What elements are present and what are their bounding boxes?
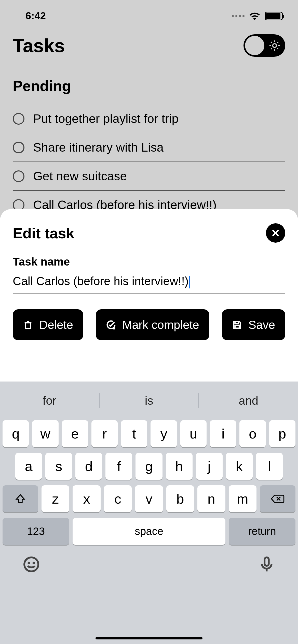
key-j[interactable]: j xyxy=(196,453,223,480)
key-z[interactable]: z xyxy=(42,485,69,512)
key-d[interactable]: d xyxy=(75,453,102,480)
mic-icon[interactable] xyxy=(258,556,275,573)
mark-complete-button[interactable]: Mark complete xyxy=(96,309,209,340)
emoji-icon[interactable] xyxy=(23,556,40,573)
close-button[interactable] xyxy=(266,223,285,243)
key-x[interactable]: x xyxy=(73,485,100,512)
suggestion[interactable]: for xyxy=(0,394,99,407)
key-r[interactable]: r xyxy=(91,420,118,447)
key-t[interactable]: t xyxy=(121,420,147,447)
key-v[interactable]: v xyxy=(135,485,163,512)
svg-point-21 xyxy=(29,563,29,563)
key-s[interactable]: s xyxy=(45,453,72,480)
key-numbers[interactable]: 123 xyxy=(3,518,69,545)
suggestion[interactable]: is xyxy=(100,394,199,407)
key-q[interactable]: q xyxy=(3,420,29,447)
svg-point-20 xyxy=(24,558,38,572)
key-shift[interactable] xyxy=(3,485,38,512)
key-return[interactable]: return xyxy=(229,518,295,545)
shift-icon xyxy=(15,493,26,504)
suggestion[interactable]: and xyxy=(199,394,298,407)
key-y[interactable]: y xyxy=(151,420,177,447)
key-space[interactable]: space xyxy=(73,518,225,545)
svg-point-22 xyxy=(33,563,34,563)
key-i[interactable]: i xyxy=(210,420,236,447)
key-o[interactable]: o xyxy=(239,420,266,447)
save-label: Save xyxy=(248,318,275,332)
key-e[interactable]: e xyxy=(62,420,88,447)
close-icon xyxy=(271,229,280,237)
key-f[interactable]: f xyxy=(105,453,132,480)
key-p[interactable]: p xyxy=(269,420,295,447)
sheet-title: Edit task xyxy=(13,225,74,242)
input-value: Call Carlos (before his interview!!) xyxy=(13,274,188,288)
ios-keyboard: for is and q w e r t y u i o p a s d f g… xyxy=(0,382,298,644)
save-icon xyxy=(232,320,242,330)
svg-rect-11 xyxy=(25,323,31,329)
key-w[interactable]: w xyxy=(32,420,58,447)
key-c[interactable]: c xyxy=(104,485,132,512)
backspace-icon xyxy=(270,493,285,504)
trash-icon xyxy=(23,320,33,330)
svg-rect-17 xyxy=(235,325,239,328)
task-name-input[interactable]: Call Carlos (before his interview!!) xyxy=(13,273,285,294)
key-k[interactable]: k xyxy=(226,453,253,480)
text-caret xyxy=(189,276,190,288)
key-b[interactable]: b xyxy=(166,485,194,512)
key-n[interactable]: n xyxy=(197,485,225,512)
delete-label: Delete xyxy=(39,318,73,332)
complete-label: Mark complete xyxy=(122,318,199,332)
key-g[interactable]: g xyxy=(136,453,162,480)
key-u[interactable]: u xyxy=(180,420,207,447)
svg-rect-23 xyxy=(265,558,269,566)
delete-button[interactable]: Delete xyxy=(13,309,83,340)
svg-rect-16 xyxy=(235,321,238,324)
key-h[interactable]: h xyxy=(166,453,193,480)
home-indicator[interactable] xyxy=(96,637,202,639)
key-m[interactable]: m xyxy=(229,485,256,512)
field-label: Task name xyxy=(13,255,285,268)
key-backspace[interactable] xyxy=(260,485,295,512)
key-l[interactable]: l xyxy=(256,453,283,480)
save-button[interactable]: Save xyxy=(222,309,285,340)
check-plus-icon xyxy=(106,320,116,330)
key-a[interactable]: a xyxy=(15,453,42,480)
